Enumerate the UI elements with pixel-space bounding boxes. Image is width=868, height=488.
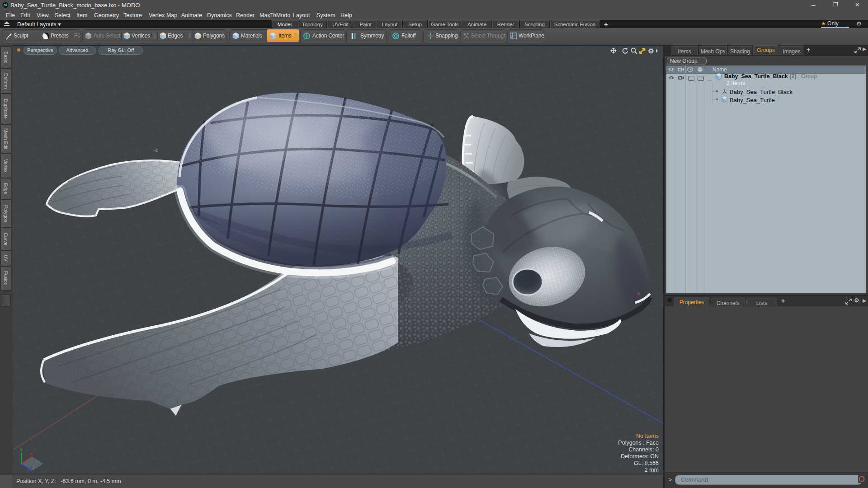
svg-text:Y: Y <box>20 447 23 452</box>
svg-text:Polygons : Face: Polygons : Face <box>618 440 659 446</box>
svg-text:-z: -z <box>154 147 158 153</box>
svg-text:Channels: 0: Channels: 0 <box>628 446 659 453</box>
svg-text:Deformers: ON: Deformers: ON <box>621 453 659 460</box>
svg-text:No Items: No Items <box>636 433 659 439</box>
svg-text:X: X <box>30 451 33 456</box>
svg-text:GL: 8,566: GL: 8,566 <box>634 460 659 466</box>
svg-text:2 mm: 2 mm <box>645 467 659 473</box>
